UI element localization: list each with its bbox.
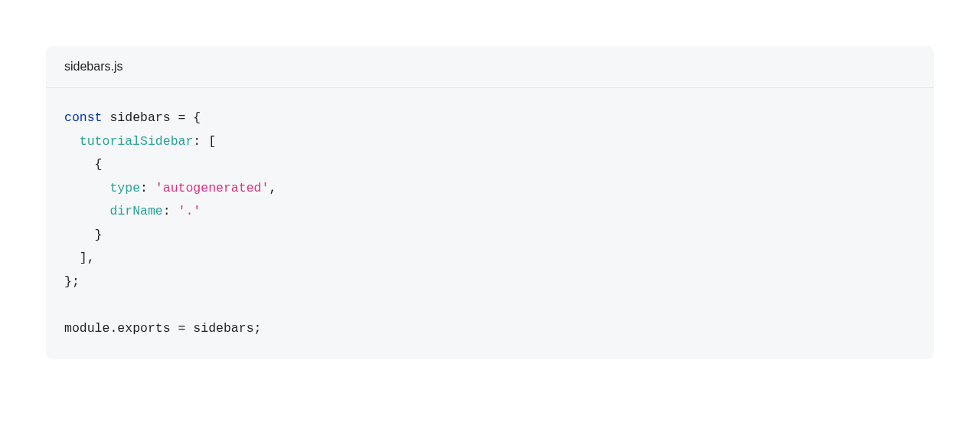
- code-token-punct: }: [95, 228, 103, 242]
- code-token-keyword: const: [64, 110, 103, 125]
- code-token-punct: [: [208, 134, 216, 149]
- code-block: sidebars.js const sidebars = { tutorialS…: [46, 46, 934, 359]
- code-token-identifier: module: [64, 321, 109, 336]
- code-token-punct: ;: [254, 321, 262, 336]
- code-token-property: dirName: [109, 204, 162, 218]
- code-token-identifier: sidebars: [193, 321, 253, 336]
- code-header: sidebars.js: [46, 46, 934, 88]
- code-token-string: 'autogenerated': [155, 181, 270, 195]
- code-token-punct: =: [171, 321, 194, 336]
- code-token-punct: .: [109, 321, 117, 336]
- code-token-punct: ,: [87, 251, 95, 265]
- code-body: const sidebars = { tutorialSidebar: [ { …: [46, 88, 934, 359]
- code-token-punct: :: [193, 134, 208, 149]
- code-token-identifier: sidebars: [109, 110, 170, 125]
- code-token-punct: :: [140, 181, 155, 195]
- code-filename: sidebars.js: [64, 60, 122, 73]
- code-token-punct: {: [193, 110, 201, 125]
- code-token-identifier: exports: [117, 321, 170, 336]
- code-token-punct: };: [64, 274, 80, 289]
- code-token-punct: ]: [80, 251, 87, 265]
- code-token-punct: ,: [269, 181, 276, 195]
- code-token-property: type: [109, 181, 140, 195]
- code-token-string: '.': [178, 204, 201, 218]
- code-token-punct: :: [163, 204, 178, 218]
- code-token-property: tutorialSidebar: [80, 134, 194, 149]
- code-token-punct: {: [95, 157, 103, 172]
- code-token-punct: =: [171, 110, 194, 125]
